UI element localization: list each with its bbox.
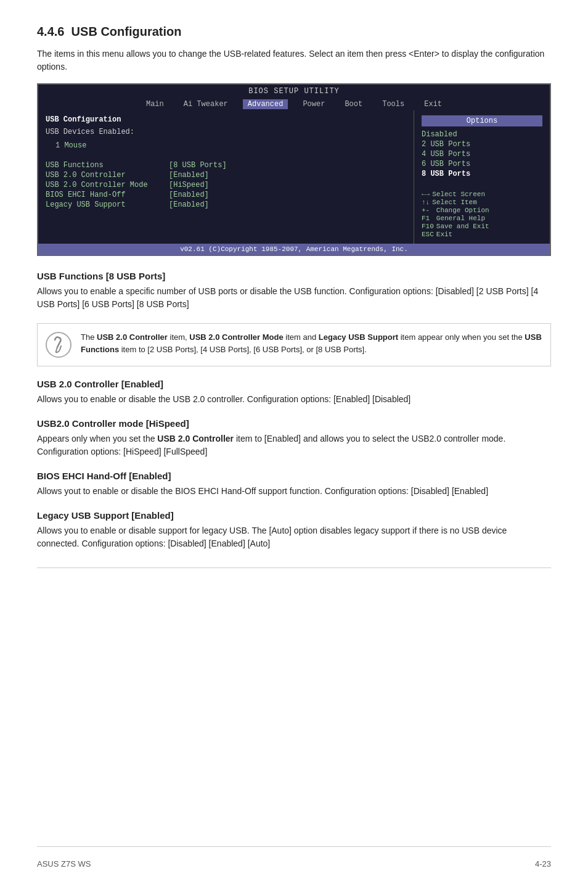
bios-nav-aitweaker: Ai Tweaker <box>179 99 233 109</box>
bios-nav: Main Ai Tweaker Advanced Power Boot Tool… <box>38 98 550 110</box>
subsection-title-bios-ehci: BIOS EHCI Hand-Off [Enabled] <box>37 471 551 481</box>
subsection-usb-controller-mode: USB2.0 Controller mode [HiSpeed] Appears… <box>37 418 551 458</box>
bios-row-0: USB Functions [8 USB Ports] <box>46 161 406 170</box>
bios-nav-tools: Tools <box>377 99 409 109</box>
subsection-title-legacy-usb: Legacy USB Support [Enabled] <box>37 510 551 521</box>
page-divider <box>37 567 551 568</box>
note-box: The USB 2.0 Controller item, USB 2.0 Con… <box>37 323 551 366</box>
subsection-title-usb-controller: USB 2.0 Controller [Enabled] <box>37 379 551 389</box>
bios-screenshot: BIOS SETUP UTILITY Main Ai Tweaker Advan… <box>37 83 551 256</box>
bios-help-panel: ←→Select Screen ↑↓Select Item +- Change … <box>422 191 542 238</box>
note-icon <box>45 331 72 358</box>
subsection-text-usb-controller-mode: Appears only when you set the USB 2.0 Co… <box>37 432 551 458</box>
bios-value-3: [Enabled] <box>169 191 209 199</box>
subsection-title-usb-controller-mode: USB2.0 Controller mode [HiSpeed] <box>37 418 551 429</box>
bios-value-2: [HiSpeed] <box>169 181 209 189</box>
bios-label-1: USB 2.0 Controller <box>46 171 169 179</box>
bios-value-4: [Enabled] <box>169 200 209 209</box>
subsection-usb-functions: USB Functions [8 USB Ports] Allows you t… <box>37 271 551 311</box>
subsection-text-bios-ehci: Allows yout to enable or disable the BIO… <box>37 485 551 498</box>
subsection-title-usb-functions: USB Functions [8 USB Ports] <box>37 271 551 281</box>
subsection-text-usb-controller: Allows you to enable or disable the USB … <box>37 393 551 406</box>
bios-help-f10: F10 Save and Exit <box>422 223 542 230</box>
bios-help-screen: ←→Select Screen <box>422 191 542 198</box>
bios-row-3: BIOS EHCI Hand-Off [Enabled] <box>46 191 406 199</box>
bios-help-item: ↑↓Select Item <box>422 199 542 206</box>
bios-nav-exit: Exit <box>419 99 447 109</box>
bios-value-1: [Enabled] <box>169 171 209 179</box>
bios-row-2: USB 2.0 Controller Mode [HiSpeed] <box>46 181 406 189</box>
bios-label-3: BIOS EHCI Hand-Off <box>46 191 169 199</box>
bios-nav-boot: Boot <box>340 99 367 109</box>
bios-nav-advanced: Advanced <box>243 99 288 109</box>
subsection-usb-controller: USB 2.0 Controller [Enabled] Allows you … <box>37 379 551 406</box>
subsection-text-legacy-usb: Allows you to enable or disable support … <box>37 524 551 550</box>
subsection-text-usb-functions: Allows you to enable a specific number o… <box>37 285 551 311</box>
intro-paragraph: The items in this menu allows you to cha… <box>37 47 551 73</box>
footer-right: 4-23 <box>535 859 551 868</box>
bios-row-4: Legacy USB Support [Enabled] <box>46 200 406 209</box>
note-text: The USB 2.0 Controller item, USB 2.0 Con… <box>81 331 543 355</box>
bios-option-4usb: 4 USB Ports <box>422 150 542 159</box>
bios-header: BIOS SETUP UTILITY <box>38 85 550 98</box>
bios-nav-power: Power <box>298 99 330 109</box>
subsection-legacy-usb: Legacy USB Support [Enabled] Allows you … <box>37 510 551 550</box>
bios-value-0: [8 USB Ports] <box>169 161 227 170</box>
bios-option-8usb: 8 USB Ports <box>422 170 542 178</box>
footer-left: ASUS Z7S WS <box>37 859 91 868</box>
bios-footer: v02.61 (C)Copyright 1985-2007, American … <box>38 244 550 255</box>
bios-nav-main: Main <box>141 99 169 109</box>
section-title: 4.4.6 USB Configuration <box>37 25 551 39</box>
bios-help-f1: F1 General Help <box>422 215 542 222</box>
bios-left-panel: USB Configuration USB Devices Enabled: 1… <box>38 110 414 244</box>
bios-help-esc: ESC Exit <box>422 231 542 238</box>
bios-right-panel: Options Disabled 2 USB Ports 4 USB Ports… <box>414 110 550 244</box>
bios-row-1: USB 2.0 Controller [Enabled] <box>46 171 406 179</box>
bios-options-title: Options <box>422 115 542 126</box>
bios-device-mouse: 1 Mouse <box>55 141 406 150</box>
bios-devices-label: USB Devices Enabled: <box>46 128 406 136</box>
bios-option-2usb: 2 USB Ports <box>422 140 542 149</box>
bios-label-0: USB Functions <box>46 161 169 170</box>
bios-option-disabled: Disabled <box>422 130 542 139</box>
bios-config-title: USB Configuration <box>46 115 406 124</box>
subsection-bios-ehci: BIOS EHCI Hand-Off [Enabled] Allows yout… <box>37 471 551 498</box>
bios-option-6usb: 6 USB Ports <box>422 160 542 168</box>
bios-label-4: Legacy USB Support <box>46 200 169 209</box>
page-footer: ASUS Z7S WS 4-23 <box>37 846 551 868</box>
bios-help-option: +- Change Option <box>422 207 542 214</box>
bios-label-2: USB 2.0 Controller Mode <box>46 181 169 189</box>
